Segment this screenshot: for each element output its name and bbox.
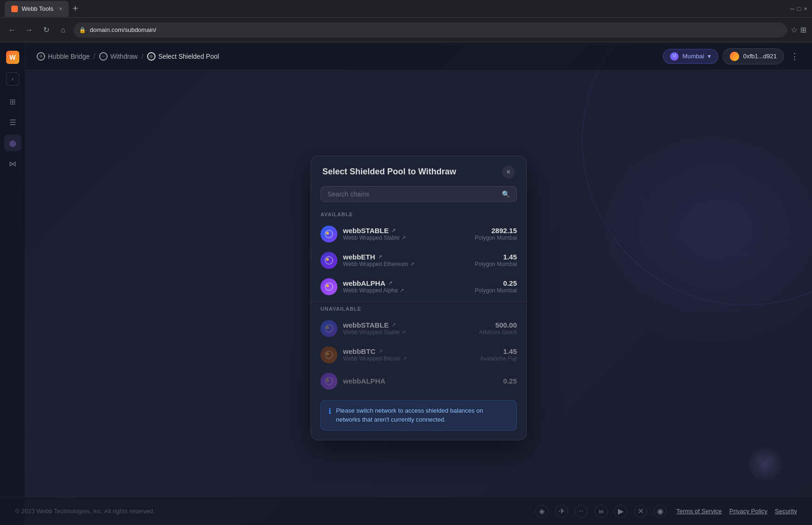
btc-icon [320,346,337,363]
circle-icon: ◎ [9,139,16,148]
info-text: Please switch network to access shielded… [336,406,509,424]
network-selector-btn[interactable]: M Mumbai ▾ [663,49,718,64]
btc-unavail-name: webbBTC ↗ [343,347,480,355]
svg-point-11 [326,379,329,382]
more-options-btn[interactable]: ⋮ [789,49,801,63]
stable-available-balance: 2892.15 Polygon Mumbai [475,227,517,241]
top-nav: ⊘ Hubble Bridge / ○ Withdraw / ◎ Select … [25,42,812,71]
svg-point-4 [325,283,333,290]
eth-available-name: webbETH ↗ [343,253,475,261]
alpha-unavail-icon [320,373,337,390]
breadcrumb-select-pool[interactable]: ◎ Select Shielded Pool [147,52,219,61]
tab-favicon [11,6,18,12]
new-tab-btn[interactable]: + [72,3,78,14]
breadcrumb-hubble-bridge[interactable]: ⊘ Hubble Bridge [37,52,90,61]
breadcrumb-label-3: Select Shielded Pool [158,53,219,60]
eth-available-info: webbETH ↗ Webb Wrapped Ethereum ↗ [343,253,475,267]
nav-forward[interactable]: → [23,24,36,37]
twitter-icon[interactable]: ✕ [634,505,647,518]
pool-item-alpha-unavailable[interactable]: webbALPHA 0.25 [311,368,526,394]
window-maximize[interactable]: □ [797,5,801,12]
alpha-unavail-info: webbALPHA [343,377,503,385]
nav-refresh[interactable]: ↻ [39,24,53,37]
alpha-available-subtitle: Webb Wrapped Alpha ↗ [343,287,475,294]
privacy-link[interactable]: Privacy Policy [729,508,767,515]
youtube-icon[interactable]: ▶ [614,505,627,518]
stable-icon [320,226,337,243]
sidebar-expand-btn[interactable]: › [6,72,19,86]
tab-close-btn[interactable]: × [59,6,62,12]
modal-close-btn[interactable]: × [502,165,515,179]
pool-item-alpha-available[interactable]: webbALPHA ↗ Webb Wrapped Alpha ↗ 0.25 Po… [311,274,526,300]
address-bar[interactable]: 🔒 domain.com/subdomain/ [73,23,787,38]
svg-point-2 [325,257,333,264]
app-logo[interactable]: W [5,50,20,65]
svg-point-8 [325,351,333,359]
sidebar-item-mix[interactable]: ⋈ [4,155,21,172]
browser-nav: ← → ↻ ⌂ 🔒 domain.com/subdomain/ ☆ ⊞ [0,18,812,42]
breadcrumb-label-2: Withdraw [110,53,138,60]
sidebar-item-document[interactable]: ☰ [4,114,21,131]
github-icon[interactable]: ◉ [654,505,667,518]
breadcrumb-withdraw[interactable]: ○ Withdraw [99,52,138,61]
telegram-icon[interactable]: ✈ [555,505,568,518]
alpha-available-name: webbALPHA ↗ [343,279,475,287]
pool-item-eth-available[interactable]: webbETH ↗ Webb Wrapped Ethereum ↗ 1.45 P… [311,247,526,274]
sidebar-item-grid[interactable]: ⊞ [4,93,21,110]
footer-copyright: © 2023 Webb Technologies, Inc. All right… [15,508,155,515]
stable-available-name: webbSTABLE ↗ [343,227,475,235]
pool-item-stable-available[interactable]: webbSTABLE ↗ Webb Wrapped Stable ↗ 2892.… [311,221,526,247]
select-pool-icon: ◎ [147,52,156,61]
eth-available-subtitle: Webb Wrapped Ethereum ↗ [343,261,475,267]
discord-icon[interactable] [575,505,588,518]
window-close[interactable]: × [804,5,807,12]
alpha-available-amount: 0.25 [475,279,517,287]
url-text: domain.com/subdomain/ [90,26,156,33]
pool-item-btc-unavailable[interactable]: webbBTC ↗ Webb Wrapped Bitcoin ↗ 1.45 Av… [311,342,526,368]
window-minimize[interactable]: ─ [790,5,794,12]
security-link[interactable]: Security [775,508,797,515]
stable-unavail-balance: 500.00 Arbitrum Goerli [479,321,517,336]
gitbook-icon[interactable]: ◈ [535,505,548,518]
btc-unavail-subtitle: Webb Wrapped Bitcoin ↗ [343,355,480,362]
modal-header: Select Shielded Pool to Withdraw × [311,156,526,186]
select-pool-modal: Select Shielded Pool to Withdraw × 🔍 AVA… [311,156,527,440]
linkedin-icon[interactable]: in [594,505,608,518]
breadcrumb-sep-1: / [94,53,95,60]
extensions-icon[interactable]: ⊞ [800,25,806,34]
divider [311,302,526,302]
logo-shape: W [6,51,19,64]
active-tab[interactable]: Webb Tools × [5,1,69,17]
hubble-bridge-icon: ⊘ [37,52,45,61]
terms-link[interactable]: Terms of Service [676,508,722,515]
available-section-label: AVAILABLE [311,210,526,221]
sidebar-item-bridge[interactable]: ◎ [4,134,21,151]
withdraw-icon: ○ [99,52,108,61]
ext-link-icon-2: ↗ [401,235,406,241]
search-box: 🔍 [320,186,517,202]
bookmark-icon[interactable]: ☆ [791,25,797,34]
search-input[interactable] [328,190,497,198]
svg-point-0 [325,230,333,238]
wallet-address: 0xfb1...d921 [743,53,777,60]
ext-link-icon-9: ↗ [378,348,383,354]
alpha-icon [320,278,337,295]
stable-unavail-amount: 500.00 [479,321,517,329]
info-icon: ℹ [328,407,331,415]
ext-link-icon-10: ↗ [402,355,407,362]
modal-title: Select Shielded Pool to Withdraw [322,167,456,177]
btc-unavail-info: webbBTC ↗ Webb Wrapped Bitcoin ↗ [343,347,480,362]
alpha-unavail-amount: 0.25 [503,377,517,385]
browser-tabs: Webb Tools × + [5,1,78,17]
btc-unavail-amount: 1.45 [480,347,517,355]
stable-available-subtitle: Webb Wrapped Stable ↗ [343,235,475,241]
eth-available-network: Polygon Mumbai [475,261,517,267]
nav-home[interactable]: ⌂ [56,24,70,37]
pool-item-stable-unavailable[interactable]: webbSTABLE ↗ Webb Wrapped Stable ↗ 500.0… [311,315,526,342]
ext-link-icon-3: ↗ [378,254,382,260]
network-chevron: ▾ [708,53,711,60]
network-label: Mumbai [682,53,704,60]
stable-available-info: webbSTABLE ↗ Webb Wrapped Stable ↗ [343,227,475,241]
nav-back[interactable]: ← [6,24,19,37]
wallet-btn[interactable]: 0xfb1...d921 [723,48,784,64]
